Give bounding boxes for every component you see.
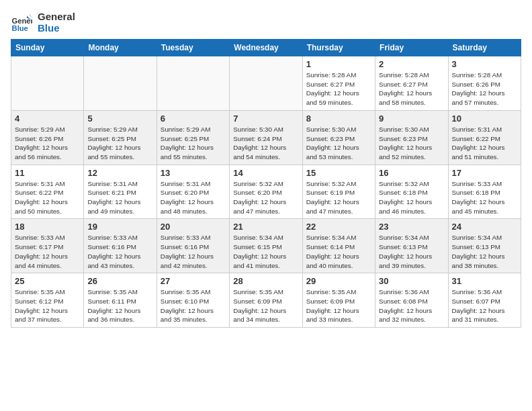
- calendar-cell: [84, 56, 157, 111]
- day-number: 4: [15, 113, 80, 124]
- day-info: Sunrise: 5:30 AM Sunset: 6:24 PM Dayligh…: [233, 125, 298, 162]
- day-number: 16: [379, 168, 444, 178]
- calendar-cell: 10Sunrise: 5:31 AM Sunset: 6:22 PM Dayli…: [448, 110, 521, 165]
- day-info: Sunrise: 5:30 AM Sunset: 6:23 PM Dayligh…: [379, 125, 444, 162]
- calendar-cell: 13Sunrise: 5:31 AM Sunset: 6:20 PM Dayli…: [157, 165, 229, 219]
- day-info: Sunrise: 5:28 AM Sunset: 6:27 PM Dayligh…: [379, 71, 444, 107]
- calendar-cell: 31Sunrise: 5:36 AM Sunset: 6:07 PM Dayli…: [448, 273, 521, 328]
- day-number: 28: [233, 276, 298, 286]
- day-number: 26: [87, 276, 152, 286]
- day-info: Sunrise: 5:30 AM Sunset: 6:23 PM Dayligh…: [306, 125, 371, 162]
- day-info: Sunrise: 5:28 AM Sunset: 6:26 PM Dayligh…: [452, 71, 517, 107]
- day-number: 9: [379, 113, 444, 124]
- day-info: Sunrise: 5:29 AM Sunset: 6:26 PM Dayligh…: [15, 125, 80, 162]
- day-number: 17: [452, 168, 517, 178]
- day-number: 24: [452, 222, 517, 232]
- calendar-cell: 30Sunrise: 5:36 AM Sunset: 6:08 PM Dayli…: [375, 273, 448, 328]
- calendar-cell: 26Sunrise: 5:35 AM Sunset: 6:11 PM Dayli…: [84, 273, 157, 328]
- day-info: Sunrise: 5:36 AM Sunset: 6:08 PM Dayligh…: [379, 287, 444, 324]
- day-info: Sunrise: 5:29 AM Sunset: 6:25 PM Dayligh…: [161, 125, 226, 162]
- calendar-week-row: 1Sunrise: 5:28 AM Sunset: 6:27 PM Daylig…: [11, 56, 521, 111]
- calendar-table: SundayMondayTuesdayWednesdayThursdayFrid…: [11, 39, 521, 328]
- day-number: 1: [306, 59, 371, 69]
- calendar-week-row: 4Sunrise: 5:29 AM Sunset: 6:26 PM Daylig…: [11, 110, 521, 165]
- day-info: Sunrise: 5:31 AM Sunset: 6:20 PM Dayligh…: [161, 179, 226, 216]
- calendar-cell: 15Sunrise: 5:32 AM Sunset: 6:19 PM Dayli…: [302, 165, 375, 219]
- calendar-cell: 2Sunrise: 5:28 AM Sunset: 6:27 PM Daylig…: [375, 56, 448, 111]
- calendar-header-sunday: Sunday: [11, 40, 84, 56]
- calendar-header-row: SundayMondayTuesdayWednesdayThursdayFrid…: [11, 40, 521, 56]
- day-info: Sunrise: 5:33 AM Sunset: 6:17 PM Dayligh…: [15, 233, 80, 270]
- day-number: 18: [15, 222, 80, 232]
- calendar-cell: [11, 56, 84, 111]
- day-number: 21: [233, 222, 298, 232]
- day-number: 30: [379, 276, 444, 286]
- day-info: Sunrise: 5:32 AM Sunset: 6:19 PM Dayligh…: [306, 179, 371, 216]
- calendar-cell: 22Sunrise: 5:34 AM Sunset: 6:14 PM Dayli…: [302, 219, 375, 273]
- calendar-cell: [157, 56, 229, 111]
- calendar-cell: 19Sunrise: 5:33 AM Sunset: 6:16 PM Dayli…: [84, 219, 157, 273]
- calendar-cell: 28Sunrise: 5:35 AM Sunset: 6:09 PM Dayli…: [230, 273, 302, 328]
- calendar-cell: 3Sunrise: 5:28 AM Sunset: 6:26 PM Daylig…: [448, 56, 521, 111]
- calendar-cell: 20Sunrise: 5:33 AM Sunset: 6:16 PM Dayli…: [157, 219, 229, 273]
- day-number: 29: [306, 276, 371, 286]
- calendar-cell: 7Sunrise: 5:30 AM Sunset: 6:24 PM Daylig…: [230, 110, 302, 165]
- calendar-cell: 16Sunrise: 5:32 AM Sunset: 6:18 PM Dayli…: [375, 165, 448, 219]
- calendar-header-monday: Monday: [84, 40, 157, 56]
- calendar-cell: 1Sunrise: 5:28 AM Sunset: 6:27 PM Daylig…: [302, 56, 375, 111]
- day-info: Sunrise: 5:35 AM Sunset: 6:11 PM Dayligh…: [87, 287, 152, 324]
- calendar-cell: 27Sunrise: 5:35 AM Sunset: 6:10 PM Dayli…: [157, 273, 229, 328]
- day-number: 13: [161, 168, 226, 178]
- day-number: 25: [15, 276, 80, 286]
- day-info: Sunrise: 5:35 AM Sunset: 6:09 PM Dayligh…: [306, 287, 371, 324]
- logo-general: General: [38, 11, 75, 22]
- day-info: Sunrise: 5:36 AM Sunset: 6:07 PM Dayligh…: [452, 287, 517, 324]
- day-info: Sunrise: 5:33 AM Sunset: 6:16 PM Dayligh…: [87, 233, 152, 270]
- day-info: Sunrise: 5:34 AM Sunset: 6:14 PM Dayligh…: [306, 233, 371, 270]
- calendar-week-row: 18Sunrise: 5:33 AM Sunset: 6:17 PM Dayli…: [11, 219, 521, 273]
- day-number: 23: [379, 222, 444, 232]
- day-number: 15: [306, 168, 371, 178]
- day-number: 11: [15, 168, 80, 178]
- calendar-header-tuesday: Tuesday: [157, 40, 229, 56]
- day-info: Sunrise: 5:28 AM Sunset: 6:27 PM Dayligh…: [306, 71, 371, 107]
- day-number: 8: [306, 113, 371, 124]
- day-info: Sunrise: 5:31 AM Sunset: 6:21 PM Dayligh…: [87, 179, 152, 216]
- day-number: 12: [87, 168, 152, 178]
- day-info: Sunrise: 5:32 AM Sunset: 6:20 PM Dayligh…: [233, 179, 298, 216]
- calendar-cell: 11Sunrise: 5:31 AM Sunset: 6:22 PM Dayli…: [11, 165, 84, 219]
- logo-blue: Blue: [38, 22, 75, 34]
- calendar-cell: 8Sunrise: 5:30 AM Sunset: 6:23 PM Daylig…: [302, 110, 375, 165]
- page-header: General Blue General Blue: [11, 11, 521, 34]
- calendar-cell: 9Sunrise: 5:30 AM Sunset: 6:23 PM Daylig…: [375, 110, 448, 165]
- calendar-week-row: 11Sunrise: 5:31 AM Sunset: 6:22 PM Dayli…: [11, 165, 521, 219]
- day-info: Sunrise: 5:34 AM Sunset: 6:13 PM Dayligh…: [379, 233, 444, 270]
- day-info: Sunrise: 5:32 AM Sunset: 6:18 PM Dayligh…: [379, 179, 444, 216]
- calendar-cell: 14Sunrise: 5:32 AM Sunset: 6:20 PM Dayli…: [230, 165, 302, 219]
- day-info: Sunrise: 5:35 AM Sunset: 6:12 PM Dayligh…: [15, 287, 80, 324]
- day-number: 20: [161, 222, 226, 232]
- day-number: 3: [452, 59, 517, 69]
- day-info: Sunrise: 5:35 AM Sunset: 6:10 PM Dayligh…: [161, 287, 226, 324]
- day-number: 27: [161, 276, 226, 286]
- calendar-cell: 23Sunrise: 5:34 AM Sunset: 6:13 PM Dayli…: [375, 219, 448, 273]
- day-info: Sunrise: 5:35 AM Sunset: 6:09 PM Dayligh…: [233, 287, 298, 324]
- calendar-cell: 6Sunrise: 5:29 AM Sunset: 6:25 PM Daylig…: [157, 110, 229, 165]
- calendar-cell: 18Sunrise: 5:33 AM Sunset: 6:17 PM Dayli…: [11, 219, 84, 273]
- day-info: Sunrise: 5:33 AM Sunset: 6:16 PM Dayligh…: [161, 233, 226, 270]
- logo: General Blue General Blue: [11, 11, 75, 34]
- calendar-cell: 25Sunrise: 5:35 AM Sunset: 6:12 PM Dayli…: [11, 273, 84, 328]
- day-info: Sunrise: 5:31 AM Sunset: 6:22 PM Dayligh…: [452, 125, 517, 162]
- day-info: Sunrise: 5:34 AM Sunset: 6:13 PM Dayligh…: [452, 233, 517, 270]
- calendar-week-row: 25Sunrise: 5:35 AM Sunset: 6:12 PM Dayli…: [11, 273, 521, 328]
- calendar-cell: [230, 56, 302, 111]
- calendar-cell: 29Sunrise: 5:35 AM Sunset: 6:09 PM Dayli…: [302, 273, 375, 328]
- calendar-cell: 17Sunrise: 5:33 AM Sunset: 6:18 PM Dayli…: [448, 165, 521, 219]
- day-info: Sunrise: 5:33 AM Sunset: 6:18 PM Dayligh…: [452, 179, 517, 216]
- calendar-cell: 5Sunrise: 5:29 AM Sunset: 6:25 PM Daylig…: [84, 110, 157, 165]
- svg-text:General: General: [12, 17, 32, 25]
- day-number: 31: [452, 276, 517, 286]
- day-number: 22: [306, 222, 371, 232]
- day-number: 7: [233, 113, 298, 124]
- calendar-cell: 4Sunrise: 5:29 AM Sunset: 6:26 PM Daylig…: [11, 110, 84, 165]
